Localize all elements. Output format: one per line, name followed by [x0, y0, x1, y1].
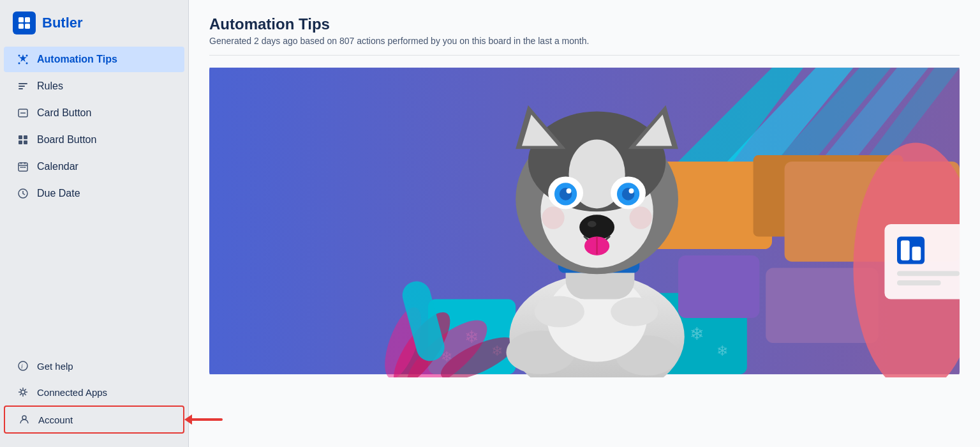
hero-image: ❄ ❄ ❄ ❄ ❄ ❄ ❄ ❄ ❄ — [209, 64, 960, 377]
sidebar-bottom: i Get help Connected Apps — [0, 350, 188, 444]
sidebar-item-label: Account — [38, 414, 73, 425]
svg-text:i: i — [21, 363, 23, 370]
sidebar-item-get-help[interactable]: i Get help — [4, 353, 184, 379]
svg-point-85 — [567, 188, 572, 193]
svg-rect-3 — [25, 24, 30, 29]
sidebar-logo: Butler — [0, 0, 188, 43]
main-content: Automation Tips Generated 2 days ago bas… — [189, 0, 980, 447]
svg-point-89 — [629, 188, 634, 193]
sidebar-item-label: Rules — [37, 80, 63, 92]
svg-point-4 — [19, 55, 20, 57]
svg-point-6 — [19, 63, 20, 64]
divider — [209, 55, 960, 56]
page-title: Automation Tips — [209, 15, 960, 33]
sidebar-item-label: Get help — [37, 361, 73, 372]
svg-text:❄: ❄ — [716, 343, 728, 359]
hero-illustration: ❄ ❄ ❄ ❄ ❄ ❄ ❄ ❄ ❄ — [209, 64, 960, 377]
svg-rect-10 — [19, 88, 23, 89]
get-help-icon: i — [17, 360, 29, 372]
svg-rect-0 — [19, 17, 24, 22]
svg-rect-23 — [22, 167, 24, 168]
svg-rect-56 — [901, 240, 910, 260]
automation-tips-icon — [17, 53, 29, 66]
svg-rect-51 — [678, 255, 759, 318]
svg-rect-24 — [24, 167, 26, 168]
svg-point-91 — [588, 221, 597, 227]
account-icon — [18, 413, 31, 426]
card-button-icon — [17, 107, 29, 119]
svg-point-94 — [542, 206, 564, 229]
svg-point-95 — [630, 206, 652, 229]
svg-point-28 — [21, 390, 25, 394]
svg-point-69 — [535, 296, 584, 328]
sidebar: Butler Automation Tips — [0, 0, 189, 447]
svg-point-29 — [22, 416, 26, 420]
svg-rect-17 — [24, 140, 27, 144]
calendar-icon — [17, 160, 29, 173]
svg-rect-59 — [897, 280, 941, 285]
svg-rect-1 — [25, 17, 30, 22]
sidebar-item-label: Board Button — [37, 134, 96, 146]
arrow-shaft — [191, 418, 223, 421]
svg-rect-22 — [20, 167, 22, 168]
arrow-indicator — [184, 414, 223, 425]
rules-icon — [17, 80, 29, 93]
sidebar-item-label: Calendar — [37, 161, 78, 172]
connected-apps-icon — [17, 386, 29, 398]
sidebar-nav: Automation Tips Rules Card — [0, 43, 188, 447]
page-header: Automation Tips Generated 2 days ago bas… — [209, 15, 960, 46]
app-title: Butler — [42, 15, 83, 31]
svg-rect-15 — [24, 135, 27, 139]
sidebar-item-label: Card Button — [37, 107, 91, 119]
sidebar-item-label: Connected Apps — [37, 387, 107, 398]
sidebar-item-account[interactable]: Account — [4, 405, 184, 434]
sidebar-item-due-date[interactable]: Due Date — [4, 181, 184, 206]
svg-point-70 — [611, 298, 658, 326]
svg-rect-14 — [19, 135, 22, 139]
sidebar-item-calendar[interactable]: Calendar — [4, 154, 184, 179]
svg-point-26 — [19, 361, 27, 370]
svg-rect-2 — [19, 24, 24, 29]
sidebar-item-card-button[interactable]: Card Button — [4, 100, 184, 126]
svg-point-5 — [26, 55, 28, 57]
page-subtitle: Generated 2 days ago based on 807 action… — [209, 36, 960, 46]
svg-rect-16 — [19, 140, 22, 144]
sidebar-item-board-button[interactable]: Board Button — [4, 127, 184, 153]
svg-text:❄: ❄ — [690, 324, 704, 344]
svg-point-7 — [26, 63, 28, 64]
sidebar-item-label: Automation Tips — [37, 54, 117, 65]
sidebar-item-automation-tips[interactable]: Automation Tips — [4, 47, 184, 72]
svg-rect-9 — [19, 86, 25, 87]
butler-logo-icon — [13, 11, 36, 34]
board-button-icon — [17, 133, 29, 146]
sidebar-item-rules[interactable]: Rules — [4, 73, 184, 99]
svg-rect-58 — [897, 271, 960, 276]
due-date-icon — [17, 187, 29, 200]
svg-rect-8 — [19, 83, 27, 84]
svg-rect-57 — [912, 246, 921, 261]
account-item-wrapper: Account — [4, 405, 184, 434]
sidebar-item-connected-apps[interactable]: Connected Apps — [4, 379, 184, 405]
sidebar-item-label: Due Date — [37, 188, 80, 199]
